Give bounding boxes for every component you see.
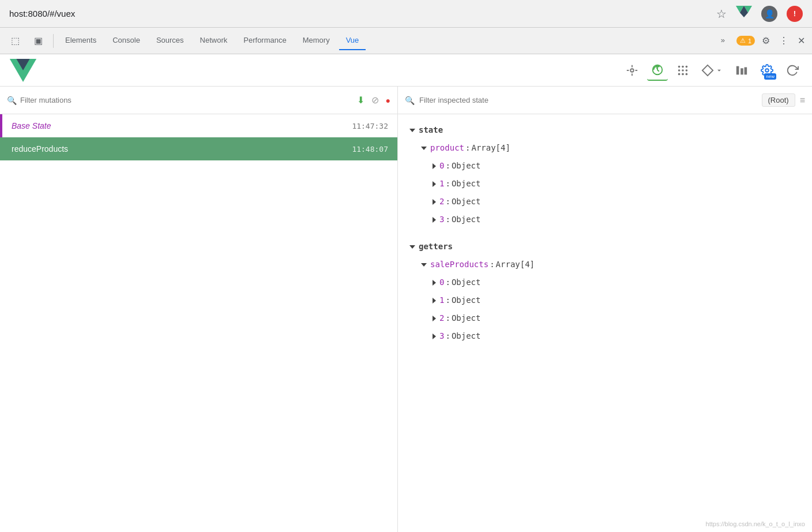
warning-badge[interactable]: ⚠ 1 [736, 36, 755, 46]
state-filter-input[interactable] [419, 96, 757, 104]
record-icon[interactable]: ● [386, 96, 390, 105]
expand-sale-1-icon[interactable] [433, 298, 436, 304]
sale-item-3[interactable]: 3 : Object [398, 327, 812, 345]
collapse-getters-icon[interactable] [409, 245, 415, 249]
svg-rect-23 [740, 68, 743, 74]
tab-performance[interactable]: Performance [236, 31, 293, 50]
block-icon[interactable]: ⊘ [371, 95, 379, 106]
sale-item-2[interactable]: 2 : Object [398, 309, 812, 327]
svg-rect-22 [736, 66, 739, 74]
getters-section-label: getters [419, 241, 453, 253]
search-icon: 🔍 [7, 96, 17, 105]
tab-sources[interactable]: Sources [149, 31, 191, 50]
mutation-item-reduce-products[interactable]: reduceProducts 11:48:07 [0, 137, 397, 160]
getters-section-header[interactable]: getters [398, 238, 812, 256]
item-1-value: Object [452, 178, 481, 190]
close-devtools-button[interactable]: ✕ [795, 33, 807, 48]
tab-elements[interactable]: Elements [58, 31, 103, 50]
vue-extension-icon[interactable] [736, 5, 752, 23]
tab-network[interactable]: Network [193, 31, 235, 50]
sale-1-key: 1 [439, 294, 444, 306]
product-item-3[interactable]: 3 : Object [398, 211, 812, 228]
download-icon[interactable]: ⬇ [357, 95, 364, 106]
item-1-key: 1 [439, 178, 444, 190]
components-tree-btn[interactable] [672, 60, 693, 81]
new-badge: new [764, 73, 776, 80]
browser-url[interactable]: host:8080/#/vuex [9, 9, 709, 18]
item-0-value: Object [452, 160, 481, 172]
tab-console[interactable]: Console [106, 31, 147, 50]
device-toggle-btn[interactable]: ▣ [28, 31, 48, 51]
collapse-product-icon[interactable] [421, 147, 427, 150]
expand-1-icon[interactable] [433, 181, 436, 187]
vue-devtools-panel: new 🔍 ⬇ ⊘ ● [0, 54, 812, 532]
gear-button[interactable]: ⚙ [760, 33, 772, 48]
state-section-header[interactable]: state [398, 121, 812, 139]
expand-sale-3-icon[interactable] [433, 334, 436, 339]
mutation-name: Base State [12, 121, 51, 130]
sale-3-value: Object [452, 330, 481, 342]
vue-toolbar: new [0, 54, 812, 87]
expand-2-icon[interactable] [433, 199, 436, 205]
collapse-sale-products-icon[interactable] [421, 263, 427, 267]
mutations-filter-input[interactable] [20, 96, 352, 104]
root-badge[interactable]: (Root) [762, 93, 795, 107]
sale-item-0[interactable]: 0 : Object [398, 274, 812, 291]
sale-3-key: 3 [439, 330, 444, 342]
notification-icon[interactable]: ! [787, 6, 803, 22]
state-panel: 🔍 (Root) ≡ state product : [398, 87, 812, 532]
search-icon: 🔍 [405, 96, 415, 105]
mutation-item-base-state[interactable]: Base State 11:47:32 [0, 114, 397, 137]
sale-item-1[interactable]: 1 : Object [398, 291, 812, 309]
component-inspector-btn[interactable] [622, 60, 642, 81]
vue-logo [9, 59, 37, 82]
getters-section: getters saleProducts : Array[4] 0 : [398, 235, 812, 347]
tab-vue[interactable]: Vue [339, 31, 366, 50]
svg-point-14 [686, 65, 688, 68]
product-item-1[interactable]: 1 : Object [398, 175, 812, 193]
tab-more[interactable]: » [714, 31, 732, 50]
item-3-key: 3 [439, 213, 444, 226]
product-value: Array[4] [471, 142, 510, 154]
performance-btn[interactable] [731, 60, 752, 81]
state-section-label: state [419, 124, 443, 136]
browser-icons: ☆ 👤 ! [716, 5, 803, 23]
product-key: product [430, 142, 464, 154]
tab-memory[interactable]: Memory [296, 31, 337, 50]
sale-products-value: Array[4] [496, 258, 535, 271]
filter-options-icon[interactable]: ≡ [800, 95, 805, 106]
vuex-history-btn[interactable] [647, 60, 668, 81]
inspect-element-btn[interactable]: ⬚ [5, 31, 25, 51]
mutation-time: 11:48:07 [352, 145, 388, 153]
sale-2-key: 2 [439, 312, 444, 324]
product-row[interactable]: product : Array[4] [398, 139, 812, 157]
expand-3-icon[interactable] [433, 217, 436, 223]
expand-0-icon[interactable] [433, 163, 436, 169]
item-0-key: 0 [439, 160, 444, 172]
mutations-search: 🔍 [7, 96, 352, 105]
svg-point-15 [678, 69, 681, 72]
profile-icon[interactable]: 👤 [761, 6, 777, 22]
item-3-value: Object [452, 213, 481, 226]
product-item-2[interactable]: 2 : Object [398, 193, 812, 211]
browser-bar: host:8080/#/vuex ☆ 👤 ! [0, 0, 812, 28]
mutations-panel: 🔍 ⬇ ⊘ ● Base State 11:47:32 reduce [0, 87, 398, 532]
sale-0-value: Object [452, 276, 481, 289]
state-section: state product : Array[4] 0 : Object [398, 119, 812, 231]
svg-point-13 [682, 65, 684, 68]
settings-btn[interactable]: new [757, 60, 777, 81]
expand-sale-0-icon[interactable] [433, 280, 436, 286]
router-btn[interactable] [698, 60, 727, 81]
star-icon[interactable]: ☆ [716, 7, 727, 21]
refresh-btn[interactable] [782, 60, 803, 81]
more-options-button[interactable]: ⋮ [777, 33, 791, 48]
expand-sale-2-icon[interactable] [433, 316, 436, 321]
sale-1-value: Object [452, 294, 481, 306]
collapse-state-icon[interactable] [409, 129, 415, 132]
svg-point-12 [678, 65, 681, 68]
vue-main-content: 🔍 ⬇ ⊘ ● Base State 11:47:32 reduce [0, 87, 812, 532]
filter-actions: ⬇ ⊘ ● [357, 95, 390, 106]
devtools-right-controls: » ⚠ 1 ⚙ ⋮ ✕ [714, 31, 807, 50]
product-item-0[interactable]: 0 : Object [398, 157, 812, 175]
sale-products-row[interactable]: saleProducts : Array[4] [398, 256, 812, 274]
